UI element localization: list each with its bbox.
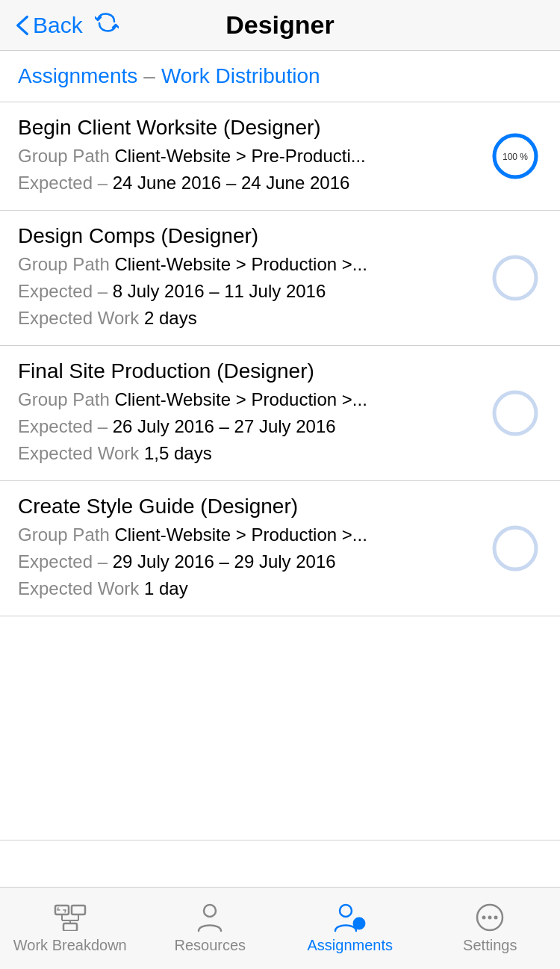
list-item[interactable]: Final Site Production (Designer) Group P…	[0, 346, 560, 481]
tab-work-breakdown-label: Work Breakdown	[13, 937, 127, 954]
tab-assignments-bottom-label: Assignments	[308, 937, 393, 954]
assignments-icon	[334, 903, 367, 932]
item-meta: Group Path Client-Website > Production >…	[18, 251, 476, 332]
item-title: Create Style Guide (Designer)	[18, 495, 476, 518]
svg-point-18	[482, 916, 486, 920]
list-item-content: Begin Client Worksite (Designer) Group P…	[18, 116, 476, 196]
tab-assignments[interactable]: Assignments	[18, 64, 137, 88]
tab-separator: –	[143, 64, 155, 88]
svg-point-5	[494, 392, 536, 434]
item-title: Design Comps (Designer)	[18, 224, 476, 248]
header: Back Designer	[0, 0, 560, 51]
tab-resources[interactable]: Resources	[140, 903, 281, 954]
tab-resources-label: Resources	[174, 937, 246, 954]
svg-point-19	[488, 916, 492, 920]
empty-area	[0, 616, 560, 840]
list-item-content: Design Comps (Designer) Group Path Clien…	[18, 224, 476, 332]
tab-nav: Assignments – Work Distribution	[0, 51, 560, 102]
progress-circle	[488, 386, 542, 440]
back-label: Back	[33, 13, 83, 38]
progress-circle	[488, 521, 542, 575]
svg-rect-13	[63, 923, 77, 931]
svg-point-20	[494, 916, 498, 920]
list-item-content: Create Style Guide (Designer) Group Path…	[18, 495, 476, 602]
svg-point-16	[353, 917, 365, 929]
list-item-content: Final Site Production (Designer) Group P…	[18, 359, 476, 467]
settings-icon	[473, 903, 506, 932]
page-title: Designer	[225, 10, 335, 40]
progress-circle: 100 %	[488, 129, 542, 183]
refresh-icon[interactable]	[95, 11, 119, 39]
svg-point-14	[204, 905, 216, 917]
progress-circle	[488, 251, 542, 305]
work-breakdown-icon	[54, 903, 87, 932]
svg-point-3	[494, 257, 536, 299]
item-title: Begin Client Worksite (Designer)	[18, 116, 476, 140]
tab-settings-label: Settings	[463, 937, 517, 954]
tab-assignments-bottom[interactable]: Assignments	[280, 903, 420, 954]
item-meta: Group Path Client-Website > Pre-Producti…	[18, 143, 476, 196]
item-meta: Group Path Client-Website > Production >…	[18, 521, 476, 602]
svg-rect-8	[72, 905, 85, 914]
list-item[interactable]: Design Comps (Designer) Group Path Clien…	[0, 211, 560, 346]
resources-icon	[193, 903, 226, 932]
tab-work-distribution[interactable]: Work Distribution	[161, 64, 320, 88]
back-button[interactable]: Back	[15, 13, 83, 38]
assignment-list: Begin Client Worksite (Designer) Group P…	[0, 102, 560, 616]
list-item[interactable]: Begin Client Worksite (Designer) Group P…	[0, 102, 560, 211]
list-item[interactable]: Create Style Guide (Designer) Group Path…	[0, 481, 560, 616]
svg-point-15	[340, 905, 352, 917]
bottom-tab-bar: Work Breakdown Resources Assignments	[0, 887, 560, 969]
item-title: Final Site Production (Designer)	[18, 359, 476, 383]
svg-text:100 %: 100 %	[503, 152, 528, 162]
tab-work-breakdown[interactable]: Work Breakdown	[0, 903, 140, 954]
item-meta: Group Path Client-Website > Production >…	[18, 386, 476, 467]
svg-point-6	[494, 527, 536, 569]
tab-settings[interactable]: Settings	[420, 903, 561, 954]
